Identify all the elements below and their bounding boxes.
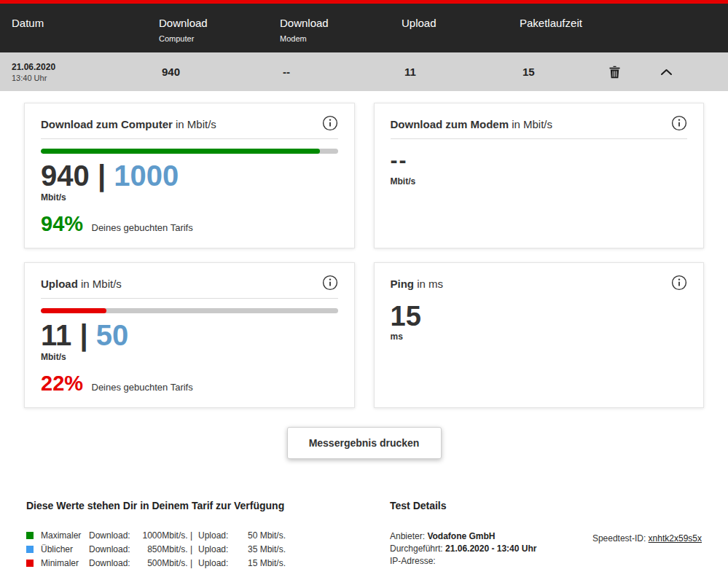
footer-info: Diese Werte stehen Dir in Deinem Tarif z… <box>26 500 702 569</box>
info-icon <box>322 122 338 133</box>
upload-value: 50 Mbit/s. <box>239 530 286 541</box>
card-ping: Ping in ms 15 ms <box>374 262 705 408</box>
column-header-upload: Upload <box>402 17 520 52</box>
percent-line: 22% Deines gebuchten Tarifs <box>41 372 338 396</box>
card-title: Download zum Computer in Mbit/s <box>41 115 216 130</box>
card-title-main: Upload <box>41 278 78 290</box>
speedtest-id-label: Speedtest-ID: <box>592 533 646 544</box>
card-title-unit: in ms <box>417 278 443 290</box>
column-label: Paketlaufzeit <box>520 17 728 29</box>
info-icon <box>322 282 338 293</box>
value-unit: Mbit/s <box>41 192 338 203</box>
tariff-row-ueblich: Üblicher Download: 850Mbit/s. | Upload: … <box>26 544 369 554</box>
percent-label: Deines gebuchten Tarifs <box>92 222 193 233</box>
performed-label: Durchgeführt: <box>390 544 443 554</box>
info-icon <box>671 282 687 293</box>
upload-progress-fill <box>41 308 106 313</box>
booked-value: 1000 <box>114 160 179 192</box>
upload-progress-track <box>41 308 338 313</box>
column-header-download-computer: Download Computer <box>159 17 280 52</box>
download-label: Download: <box>89 530 137 541</box>
card-upload: Upload in Mbit/s 11 | 50 Mbit/s 22% Dein… <box>24 262 355 408</box>
info-button[interactable] <box>322 275 338 291</box>
download-label: Download: <box>89 544 137 554</box>
upload-label: Upload: <box>198 544 239 554</box>
card-title: Upload in Mbit/s <box>41 275 122 290</box>
legend-color-swatch <box>26 546 34 553</box>
upload-label: Upload: <box>198 530 239 541</box>
result-row: 21.06.2020 13:40 Uhr 940 -- 11 15 <box>0 52 728 91</box>
delete-result-button[interactable] <box>606 63 623 81</box>
test-details-section: Test Details Anbieter: Vodafone GmbH Dur… <box>390 500 702 569</box>
card-download-modem: Download zum Modem in Mbit/s -- Mbit/s <box>374 103 705 248</box>
result-time: 13:40 Uhr <box>12 74 159 82</box>
value-unit: ms <box>391 331 688 342</box>
provider-value: Vodafone GmbH <box>427 531 495 541</box>
column-label: Datum <box>12 17 159 29</box>
column-label: Upload <box>402 17 520 29</box>
tariff-tier-label: Minimaler <box>41 558 89 568</box>
measured-value: 15 <box>391 302 688 330</box>
card-title-main: Download zum Modem <box>391 118 509 130</box>
percent-line: 94% Deines gebuchten Tarifs <box>41 212 338 236</box>
card-title-unit: in Mbit/s <box>512 118 552 130</box>
measured-vs-booked-value: 11 | 50 <box>41 320 338 350</box>
card-title-main: Ping <box>391 278 415 290</box>
collapse-row-button[interactable] <box>657 66 676 79</box>
tariff-row-minimal: Minimaler Download: 500Mbit/s. | Upload:… <box>26 558 369 568</box>
column-header-paketlaufzeit: Paketlaufzeit <box>520 17 728 52</box>
legend-color-swatch <box>26 532 34 539</box>
ip-label: IP-Adresse: <box>390 556 436 566</box>
result-upload: 11 <box>402 66 520 78</box>
result-cards-grid: Download zum Computer in Mbit/s 940 | 10… <box>0 91 728 408</box>
measured-value: 940 <box>41 160 90 192</box>
chevron-up-icon <box>660 67 673 78</box>
card-title-main: Download zum Computer <box>41 118 173 130</box>
value-unit: Mbit/s <box>41 352 338 362</box>
performed-row: Durchgeführt: 21.06.2020 - 13:40 Uhr <box>390 543 702 555</box>
info-button[interactable] <box>322 115 338 131</box>
download-value: 1000Mbit/s. | <box>137 530 198 541</box>
legend-color-swatch <box>26 560 34 567</box>
column-header-download-modem: Download Modem <box>280 17 402 52</box>
download-label: Download: <box>89 558 137 568</box>
trash-icon <box>609 69 620 80</box>
column-label: Download <box>280 17 402 29</box>
card-title: Ping in ms <box>391 275 444 290</box>
column-sublabel: Computer <box>159 34 280 43</box>
results-table-header: Datum Download Computer Download Modem U… <box>0 4 728 52</box>
tariff-title: Diese Werte stehen Dir in Deinem Tarif z… <box>26 500 369 511</box>
percent-value: 22% <box>41 372 83 395</box>
test-details-title: Test Details <box>390 500 702 511</box>
upload-label: Upload: <box>198 558 239 568</box>
tariff-tier-label: Maximaler <box>41 530 89 541</box>
percent-value: 94% <box>41 212 83 235</box>
value-separator: | <box>98 160 106 192</box>
download-progress-track <box>41 149 338 154</box>
card-download-computer: Download zum Computer in Mbit/s 940 | 10… <box>24 103 355 248</box>
speedtest-id: Speedtest-ID: xnhtk2x59s5x <box>592 533 702 544</box>
result-paketlaufzeit: 15 <box>520 66 728 78</box>
print-results-button[interactable]: Messergebnis drucken <box>287 427 442 459</box>
result-date: 21.06.2020 <box>12 62 159 72</box>
download-progress-fill <box>41 149 320 154</box>
info-button[interactable] <box>671 115 687 131</box>
info-icon <box>671 122 687 133</box>
download-value: 850Mbit/s. | <box>137 544 198 554</box>
provider-label: Anbieter: <box>390 531 425 541</box>
card-divider <box>41 138 338 139</box>
download-value: 500Mbit/s. | <box>137 558 198 568</box>
measured-value: -- <box>391 149 688 171</box>
speedtest-id-link[interactable]: xnhtk2x59s5x <box>649 533 702 544</box>
result-download-modem: -- <box>280 66 402 78</box>
card-title: Download zum Modem in Mbit/s <box>391 115 553 130</box>
measured-vs-booked-value: 940 | 1000 <box>41 160 338 191</box>
column-label: Download <box>159 17 280 29</box>
value-unit: Mbit/s <box>391 176 688 187</box>
ip-label-row: IP-Adresse: <box>390 555 702 568</box>
tariff-row-maximal: Maximaler Download: 1000Mbit/s. | Upload… <box>26 530 369 541</box>
tariff-tier-label: Üblicher <box>41 544 89 554</box>
upload-value: 15 Mbit/s. <box>239 558 286 568</box>
percent-label: Deines gebuchten Tarifs <box>92 382 193 393</box>
info-button[interactable] <box>671 275 687 291</box>
